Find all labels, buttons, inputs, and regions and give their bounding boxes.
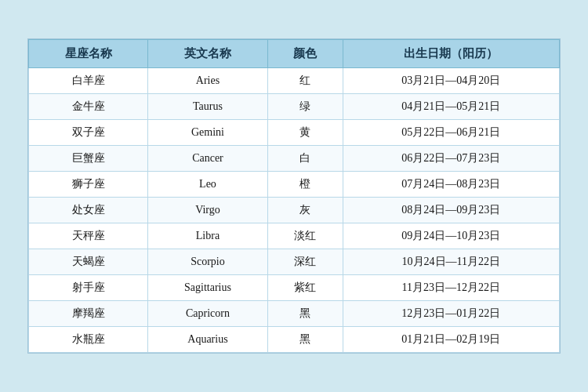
cell-dates: 07月24日—08月23日 [343, 172, 559, 198]
cell-chinese-name: 水瓶座 [29, 327, 148, 353]
cell-chinese-name: 巨蟹座 [29, 146, 148, 172]
cell-english-name: Taurus [148, 94, 267, 120]
table-body: 白羊座Aries红03月21日—04月20日金牛座Taurus绿04月21日—0… [29, 68, 560, 353]
table-row: 天秤座Libra淡红09月24日—10月23日 [29, 223, 560, 249]
table-row: 水瓶座Aquarius黑01月21日—02月19日 [29, 327, 560, 353]
table-row: 射手座Sagittarius紫红11月23日—12月22日 [29, 275, 560, 301]
cell-english-name: Virgo [148, 198, 267, 223]
table-row: 处女座Virgo灰08月24日—09月23日 [29, 198, 560, 223]
cell-english-name: Leo [148, 172, 267, 198]
header-color: 颜色 [267, 40, 343, 68]
cell-english-name: Aries [148, 68, 267, 94]
cell-chinese-name: 狮子座 [29, 172, 148, 198]
cell-dates: 09月24日—10月23日 [343, 223, 559, 249]
cell-color: 白 [267, 146, 343, 172]
cell-chinese-name: 双子座 [29, 120, 148, 146]
cell-color: 深红 [267, 249, 343, 275]
cell-color: 淡红 [267, 223, 343, 249]
cell-dates: 04月21日—05月21日 [343, 94, 559, 120]
cell-dates: 12月23日—01月22日 [343, 301, 559, 327]
cell-color: 黑 [267, 327, 343, 353]
cell-color: 灰 [267, 198, 343, 223]
cell-chinese-name: 天秤座 [29, 223, 148, 249]
table-header-row: 星座名称 英文名称 颜色 出生日期（阳历） [29, 40, 560, 68]
cell-color: 绿 [267, 94, 343, 120]
cell-dates: 08月24日—09月23日 [343, 198, 559, 223]
table-row: 狮子座Leo橙07月24日—08月23日 [29, 172, 560, 198]
cell-dates: 06月22日—07月23日 [343, 146, 559, 172]
header-english-name: 英文名称 [148, 40, 267, 68]
cell-dates: 11月23日—12月22日 [343, 275, 559, 301]
cell-color: 红 [267, 68, 343, 94]
cell-english-name: Scorpio [148, 249, 267, 275]
cell-dates: 05月22日—06月21日 [343, 120, 559, 146]
cell-english-name: Capricorn [148, 301, 267, 327]
zodiac-table: 星座名称 英文名称 颜色 出生日期（阳历） 白羊座Aries红03月21日—04… [28, 39, 560, 353]
table-row: 金牛座Taurus绿04月21日—05月21日 [29, 94, 560, 120]
cell-color: 黄 [267, 120, 343, 146]
cell-english-name: Libra [148, 223, 267, 249]
zodiac-table-wrapper: 星座名称 英文名称 颜色 出生日期（阳历） 白羊座Aries红03月21日—04… [27, 38, 561, 354]
table-row: 天蝎座Scorpio深红10月24日—11月22日 [29, 249, 560, 275]
cell-chinese-name: 金牛座 [29, 94, 148, 120]
cell-dates: 01月21日—02月19日 [343, 327, 559, 353]
cell-color: 黑 [267, 301, 343, 327]
cell-chinese-name: 摩羯座 [29, 301, 148, 327]
cell-english-name: Gemini [148, 120, 267, 146]
cell-dates: 03月21日—04月20日 [343, 68, 559, 94]
cell-chinese-name: 处女座 [29, 198, 148, 223]
cell-chinese-name: 天蝎座 [29, 249, 148, 275]
cell-chinese-name: 射手座 [29, 275, 148, 301]
cell-dates: 10月24日—11月22日 [343, 249, 559, 275]
table-row: 巨蟹座Cancer白06月22日—07月23日 [29, 146, 560, 172]
header-chinese-name: 星座名称 [29, 40, 148, 68]
cell-english-name: Aquarius [148, 327, 267, 353]
table-row: 双子座Gemini黄05月22日—06月21日 [29, 120, 560, 146]
table-row: 摩羯座Capricorn黑12月23日—01月22日 [29, 301, 560, 327]
cell-color: 橙 [267, 172, 343, 198]
cell-color: 紫红 [267, 275, 343, 301]
cell-chinese-name: 白羊座 [29, 68, 148, 94]
header-dates: 出生日期（阳历） [343, 40, 559, 68]
table-row: 白羊座Aries红03月21日—04月20日 [29, 68, 560, 94]
cell-english-name: Cancer [148, 146, 267, 172]
cell-english-name: Sagittarius [148, 275, 267, 301]
